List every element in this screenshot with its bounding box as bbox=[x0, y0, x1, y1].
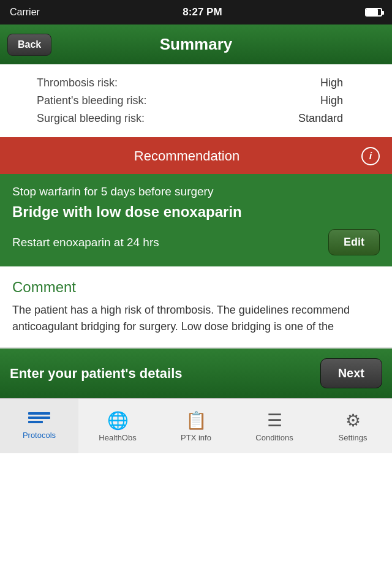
tab-ptxinfo[interactable]: 📋 PTX info bbox=[157, 399, 235, 453]
tab-settings[interactable]: ⚙ Settings bbox=[314, 399, 392, 453]
tab-settings-label: Settings bbox=[339, 433, 368, 442]
page-title: Summary bbox=[160, 35, 233, 54]
status-icons bbox=[365, 8, 382, 17]
tab-healthobs[interactable]: 🌐 HealthObs bbox=[78, 399, 157, 453]
healthobs-icon: 🌐 bbox=[107, 410, 129, 431]
next-button[interactable]: Next bbox=[320, 358, 382, 388]
thrombosis-value: High bbox=[320, 77, 343, 89]
tab-conditions-label: Conditions bbox=[255, 433, 293, 442]
battery-icon bbox=[365, 8, 382, 17]
patient-bleeding-label: Patient's bleeding risk: bbox=[37, 94, 147, 107]
action-label: Enter your patient's details bbox=[10, 366, 183, 382]
tab-protocols[interactable]: Protocols bbox=[0, 399, 78, 453]
surgical-bleeding-risk-row: Surgical bleeding risk: Standard bbox=[37, 110, 343, 127]
tab-conditions[interactable]: ☰ Conditions bbox=[235, 399, 314, 453]
rec-line1: Stop warfarin for 5 days before surgery bbox=[12, 185, 380, 198]
protocols-icon bbox=[28, 412, 50, 428]
recommendation-title: Recommendation bbox=[12, 148, 361, 164]
comment-title: Comment bbox=[12, 279, 380, 296]
ptxinfo-icon: 📋 bbox=[186, 410, 207, 431]
rec-line2: Bridge with low dose enoxaparin bbox=[12, 203, 380, 221]
back-button[interactable]: Back bbox=[7, 34, 51, 56]
risk-section: Thrombosis risk: High Patient's bleeding… bbox=[0, 64, 392, 138]
action-bar: Enter your patient's details Next bbox=[0, 349, 392, 398]
status-bar: Carrier 8:27 PM bbox=[0, 0, 392, 24]
patient-bleeding-value: High bbox=[320, 94, 343, 107]
rec-line3-row: Restart enoxaparin at 24 hrs Edit bbox=[12, 229, 380, 255]
thrombosis-risk-row: Thrombosis risk: High bbox=[37, 74, 343, 92]
rec-line3: Restart enoxaparin at 24 hrs bbox=[12, 236, 159, 249]
conditions-icon: ☰ bbox=[267, 410, 282, 431]
tab-bar: Protocols 🌐 HealthObs 📋 PTX info ☰ Condi… bbox=[0, 398, 392, 453]
edit-button[interactable]: Edit bbox=[328, 229, 380, 255]
patient-bleeding-risk-row: Patient's bleeding risk: High bbox=[37, 92, 343, 110]
recommendation-header: Recommendation i bbox=[0, 138, 392, 174]
time-label: 8:27 PM bbox=[183, 6, 222, 18]
nav-bar: Back Summary bbox=[0, 24, 392, 64]
surgical-bleeding-value: Standard bbox=[298, 112, 343, 125]
comment-section: Comment The patient has a high risk of t… bbox=[0, 266, 392, 347]
info-icon-label: i bbox=[369, 151, 372, 162]
tab-protocols-label: Protocols bbox=[23, 431, 56, 440]
comment-text: The patient has a high risk of thrombosi… bbox=[12, 302, 380, 335]
recommendation-content: Stop warfarin for 5 days before surgery … bbox=[0, 174, 392, 266]
carrier-label: Carrier bbox=[10, 7, 40, 18]
tab-ptxinfo-label: PTX info bbox=[181, 433, 211, 442]
tab-healthobs-label: HealthObs bbox=[99, 433, 136, 442]
surgical-bleeding-label: Surgical bleeding risk: bbox=[37, 112, 145, 125]
settings-icon: ⚙ bbox=[345, 410, 361, 431]
info-icon[interactable]: i bbox=[361, 147, 380, 165]
thrombosis-label: Thrombosis risk: bbox=[37, 77, 118, 89]
